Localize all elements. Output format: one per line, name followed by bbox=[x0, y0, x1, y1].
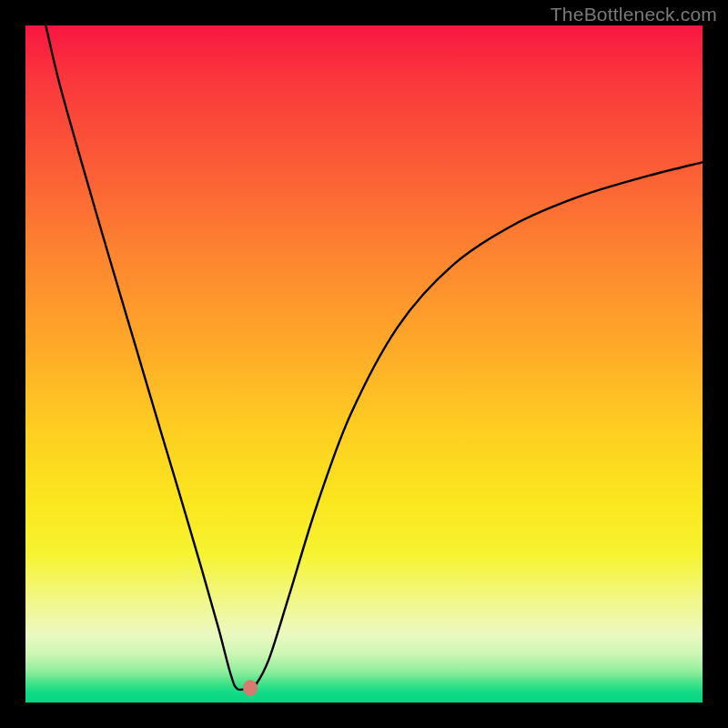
chart-frame: TheBottleneck.com bbox=[0, 0, 728, 728]
plot-area bbox=[25, 25, 703, 703]
bottleneck-curve bbox=[46, 25, 703, 690]
curve-layer bbox=[25, 25, 703, 703]
attribution-watermark: TheBottleneck.com bbox=[551, 4, 717, 25]
